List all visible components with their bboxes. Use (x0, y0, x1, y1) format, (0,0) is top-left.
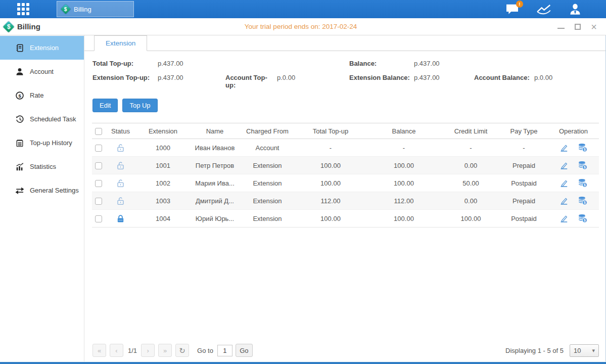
app-menu-grid-icon[interactable] (17, 3, 29, 15)
column-header-pay-type: Pay Type (500, 123, 548, 139)
extension-row-1004: 1004Юрий Юрь...Extension100.00100.00100.… (92, 210, 599, 228)
sidebar-item-extension[interactable]: Extension (0, 36, 84, 60)
statistics-chart-icon[interactable] (536, 4, 551, 15)
sidebar-item-account[interactable]: Account (0, 60, 84, 83)
go-button[interactable]: Go (236, 344, 253, 357)
edit-icon[interactable] (560, 161, 569, 170)
extension-cell: 1002 (136, 174, 190, 192)
taskbar-billing-tab[interactable]: $ Billing (57, 1, 134, 17)
edit-button[interactable]: Edit (92, 99, 118, 112)
first-page-button[interactable]: « (92, 344, 106, 357)
name-cell: Иван Иванов (190, 139, 240, 157)
credit-limit-cell: - (442, 139, 500, 157)
page-indicator: 1/1 (128, 347, 137, 354)
extension-cell: 1001 (136, 157, 190, 174)
total-topup-cell: 100.00 (295, 174, 366, 192)
pay-type-cell: Prepaid (500, 192, 548, 210)
name-cell: Мария Ива... (190, 174, 240, 192)
row-checkbox[interactable] (95, 180, 102, 187)
user-account-icon[interactable] (569, 3, 582, 15)
row-checkbox[interactable] (95, 145, 102, 152)
pagination-bar: « ‹ 1/1 › » ↻ Go to Go Displaying 1 - 5 … (92, 344, 599, 357)
billing-app-window: $ Billing ! (0, 0, 606, 364)
next-page-button[interactable]: › (141, 344, 155, 357)
svg-text:$: $ (584, 165, 586, 169)
sidebar-item-top-up-history[interactable]: Top-up History (0, 131, 84, 155)
caret-down-icon: ▾ (592, 347, 595, 354)
top-up-button[interactable]: Top Up (122, 99, 157, 112)
svg-text:$: $ (584, 148, 586, 152)
total-topup-field: Total Top-up: p.437.00 (92, 60, 225, 67)
prev-page-button[interactable]: ‹ (110, 344, 123, 357)
pay-type-cell: Postpaid (500, 210, 548, 228)
topup-icon[interactable]: $ (578, 160, 588, 170)
window-controls: × (557, 23, 597, 31)
sidebar-item-general-settings[interactable]: General Settings (0, 178, 84, 202)
row-checkbox[interactable] (95, 198, 102, 205)
displaying-text: Displaying 1 - 5 of 5 (505, 347, 564, 354)
column-header-balance: Balance (366, 123, 442, 139)
taskbar-tab-label: Billing (74, 6, 91, 13)
refresh-icon[interactable]: ↻ (175, 344, 189, 357)
svg-text:$: $ (584, 218, 586, 222)
charged-from-cell: Extension (240, 157, 295, 174)
credit-limit-cell: 50.00 (442, 174, 500, 192)
sidebar-item-label: Rate (30, 92, 43, 99)
total-topup-cell: 100.00 (295, 157, 366, 174)
action-buttons: Edit Top Up (92, 99, 605, 112)
charged-from-cell: Account (240, 139, 295, 157)
balance-cell: 112.00 (366, 192, 442, 210)
topup-icon[interactable]: $ (578, 213, 588, 223)
topup-icon[interactable]: $ (578, 178, 588, 188)
person-icon (15, 67, 24, 76)
lock-open-icon (116, 144, 125, 152)
account-topup-field: Account Top-up: p.0.00 (225, 74, 349, 89)
window-title-bar: $ Billing Your trial period ends on: 201… (0, 18, 606, 35)
column-header-status: Status (105, 123, 136, 139)
sidebar-item-statistics[interactable]: Statistics (0, 155, 84, 178)
edit-icon[interactable] (560, 178, 569, 188)
name-cell: Петр Петров (190, 157, 240, 174)
maximize-button[interactable] (575, 23, 581, 31)
clock-history-icon (15, 115, 24, 124)
edit-icon[interactable] (560, 214, 569, 223)
tab-extension[interactable]: Extension (94, 35, 147, 51)
edit-icon[interactable] (560, 143, 569, 152)
close-button[interactable]: × (591, 23, 597, 31)
column-header-name: Name (190, 123, 240, 139)
name-cell: Юрий Юрь... (190, 210, 240, 228)
billing-diamond-icon: $ (61, 4, 71, 14)
balance-cell: - (366, 139, 442, 157)
row-checkbox[interactable] (95, 162, 102, 169)
last-page-button[interactable]: » (158, 344, 172, 357)
tab-strip: Extension (84, 35, 605, 51)
window-title: Billing (17, 22, 40, 31)
lock-open-icon (116, 179, 125, 188)
topup-icon[interactable]: $ (578, 143, 588, 153)
extension-cell: 1000 (136, 139, 190, 157)
row-checkbox[interactable] (95, 215, 102, 222)
sidebar-item-scheduled-task[interactable]: Scheduled Task (0, 107, 84, 131)
balance-cell: 100.00 (366, 210, 442, 228)
messages-icon[interactable]: ! (505, 4, 519, 15)
goto-page-input[interactable] (217, 345, 232, 356)
extension-row-1002: 1002Мария Ива...Extension100.00100.0050.… (92, 174, 599, 192)
sidebar-item-label: General Settings (30, 187, 79, 194)
app-title: $ Billing (5, 22, 40, 31)
charged-from-cell: Extension (240, 174, 295, 192)
topup-icon[interactable]: $ (578, 196, 588, 206)
lock-open-icon (116, 197, 125, 205)
page-size-value: 10 (574, 347, 581, 354)
pagination-right: Displaying 1 - 5 of 5 10 ▾ (505, 344, 599, 357)
charged-from-cell: Extension (240, 210, 295, 228)
svg-text:$: $ (584, 183, 586, 187)
svg-text:$: $ (18, 93, 21, 98)
sidebar-item-rate[interactable]: $Rate (0, 83, 84, 107)
name-cell: Дмитрий Д... (190, 192, 240, 210)
sidebar: ExtensionAccount$RateScheduled TaskTop-u… (0, 35, 84, 361)
select-all-checkbox[interactable] (95, 128, 102, 135)
notification-badge: ! (516, 1, 523, 8)
minimize-button[interactable] (557, 23, 565, 31)
edit-icon[interactable] (560, 196, 569, 205)
page-size-select[interactable]: 10 ▾ (570, 344, 599, 357)
